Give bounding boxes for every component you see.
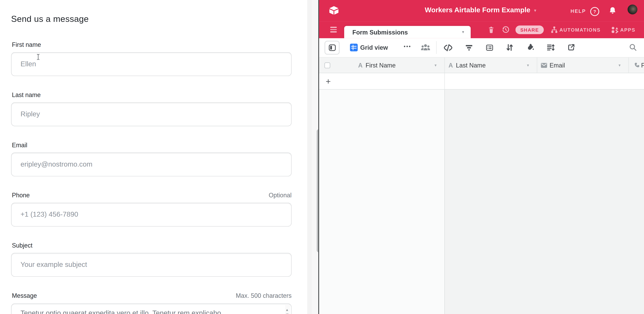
select-all-checkbox[interactable] [324, 63, 330, 68]
field-email: Email [11, 141, 292, 176]
message-max-chars-hint: Max. 500 characters [236, 292, 292, 299]
field-first-name: First name [11, 41, 292, 76]
page-scrollbar[interactable]: ▲ [312, 0, 318, 314]
last-name-input[interactable] [11, 102, 292, 126]
collaborators-icon[interactable] [420, 43, 431, 52]
notifications-bell-icon[interactable] [609, 7, 616, 15]
view-options-ellipsis[interactable]: ••• [404, 44, 412, 49]
toolbar-divider [436, 41, 436, 54]
form-title: Send us a message [11, 14, 89, 24]
base-title[interactable]: Workers Airtable Form Example ▾ [425, 6, 536, 14]
sort-icon[interactable] [506, 44, 513, 52]
scroll-up-icon[interactable]: ▲ [286, 308, 289, 312]
grid-body [319, 90, 644, 314]
email-field-type-icon [541, 63, 547, 68]
apps-icon[interactable] [611, 26, 618, 33]
column-divider[interactable] [628, 58, 629, 73]
grid-view-icon[interactable] [350, 44, 358, 52]
column-divider [444, 90, 445, 314]
view-name[interactable]: Grid view [360, 44, 388, 51]
contact-form-pane: Send us a message First name Last name E… [0, 0, 307, 314]
share-button[interactable]: SHARE [516, 26, 544, 34]
column-divider[interactable] [444, 58, 445, 73]
view-sidebar-toggle-button[interactable] [324, 41, 340, 55]
row-height-icon[interactable] [547, 44, 554, 52]
sidebar-toggle-icon [328, 44, 336, 52]
column-header-last-name[interactable]: Last Name [456, 62, 486, 69]
message-text: Tenetur optio quaerat expedita vero et i… [20, 309, 283, 314]
column-divider[interactable] [537, 58, 537, 73]
history-icon[interactable] [502, 26, 509, 33]
sidebar-menu-icon[interactable] [330, 27, 337, 34]
group-icon[interactable] [486, 44, 493, 52]
tab-label: Form Submissions [352, 29, 408, 36]
help-question-icon[interactable]: ? [590, 7, 599, 16]
email-input[interactable] [11, 153, 292, 176]
column-caret-icon[interactable]: ▾ [527, 63, 529, 67]
text-cursor-pointer [36, 54, 40, 60]
message-label: Message [12, 292, 37, 299]
column-caret-icon[interactable]: ▾ [618, 63, 620, 67]
view-toolbar: Grid view ••• [319, 38, 644, 58]
base-title-caret-icon: ▾ [534, 8, 536, 13]
phone-label: Phone [12, 192, 30, 199]
phone-input[interactable] [11, 203, 292, 227]
screen: Send us a message First name Last name E… [0, 0, 644, 314]
grid-body-first-column-area [319, 90, 444, 314]
hide-fields-icon[interactable] [444, 44, 452, 52]
add-record-plus-icon[interactable]: + [326, 77, 331, 87]
share-view-icon[interactable] [568, 44, 575, 51]
trash-icon[interactable] [488, 26, 494, 33]
field-message: Message Max. 500 characters Tenetur opti… [11, 292, 292, 314]
phone-field-type-icon [634, 62, 640, 68]
automations-icon[interactable] [551, 26, 558, 33]
message-scrollbar[interactable]: ▲ [285, 305, 290, 314]
field-phone: Phone Optional [11, 192, 292, 227]
airtable-logo-icon[interactable] [329, 6, 340, 16]
field-subject: Subject [11, 242, 292, 277]
filter-icon[interactable] [465, 44, 473, 52]
column-header-first-name[interactable]: First Name [366, 62, 396, 69]
first-name-label: First name [12, 41, 41, 48]
column-caret-icon[interactable]: ▾ [434, 63, 436, 67]
phone-optional-hint: Optional [268, 192, 292, 199]
column-divider [444, 73, 445, 89]
column-header-phone[interactable]: Phone [641, 62, 644, 69]
text-field-type-icon: A [358, 62, 362, 69]
automations-button[interactable]: AUTOMATIONS [559, 27, 600, 33]
tab-form-submissions[interactable]: Form Submissions ▾ [344, 26, 471, 38]
tab-caret-icon[interactable]: ▾ [462, 30, 464, 34]
last-name-label: Last name [12, 91, 41, 98]
message-textarea[interactable]: Tenetur optio quaerat expedita vero et i… [11, 303, 292, 314]
add-record-row[interactable]: + [319, 73, 644, 90]
user-avatar[interactable] [628, 5, 638, 14]
subject-input[interactable] [11, 253, 292, 277]
left-pane-gutter: ▲ [307, 0, 318, 314]
email-label: Email [12, 141, 27, 148]
table-tabs-bar: Form Submissions ▾ SHARE [319, 21, 644, 38]
help-button[interactable]: HELP [570, 8, 586, 14]
text-field-type-icon: A [448, 62, 453, 69]
airtable-topbar: Workers Airtable Form Example ▾ HELP ? [319, 0, 644, 21]
subject-label: Subject [12, 242, 32, 249]
color-icon[interactable] [526, 44, 534, 52]
column-header-email[interactable]: Email [550, 62, 565, 69]
table-header-row: A First Name ▾ A Last Name ▾ Email ▾ [319, 58, 644, 73]
airtable-pane: Workers Airtable Form Example ▾ HELP ? F… [319, 0, 644, 314]
base-title-text: Workers Airtable Form Example [425, 6, 530, 14]
search-icon[interactable] [629, 44, 636, 51]
field-last-name: Last name [11, 91, 292, 126]
first-name-input[interactable] [11, 52, 292, 76]
message-scrollbar-thumb[interactable] [286, 313, 289, 314]
apps-button[interactable]: APPS [620, 27, 635, 33]
